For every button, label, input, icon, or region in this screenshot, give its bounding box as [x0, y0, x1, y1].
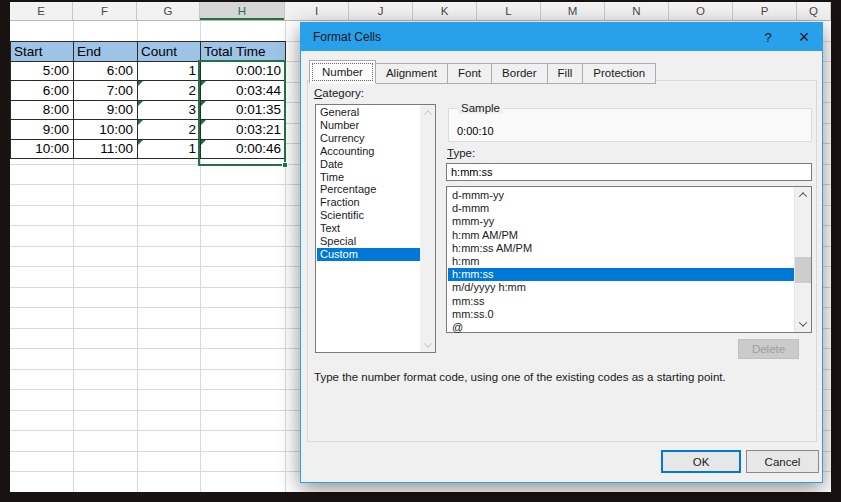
category-item-special[interactable]: Special — [317, 235, 420, 248]
scroll-up-icon[interactable] — [420, 105, 435, 120]
cell[interactable]: 9:00 — [74, 100, 138, 120]
column-header-n[interactable]: N — [605, 2, 669, 20]
sample-value: 0:00:10 — [457, 125, 494, 137]
column-header-g[interactable]: G — [137, 2, 200, 20]
column-header-l[interactable]: L — [477, 2, 541, 20]
selected-cell[interactable]: 0:03:21 — [201, 120, 286, 140]
type-option[interactable]: mmm-yy — [448, 215, 794, 228]
column-header-i[interactable]: I — [285, 2, 349, 20]
scroll-down-icon[interactable] — [420, 337, 435, 352]
selected-cell[interactable]: 0:01:35 — [201, 100, 286, 120]
column-header-m[interactable]: M — [541, 2, 605, 20]
type-option[interactable]: h:mm:ss AM/PM — [448, 242, 794, 255]
table-row: 8:00 9:00 3 0:01:35 — [11, 100, 286, 120]
cell[interactable]: 10:00 — [11, 139, 74, 159]
tab-fill[interactable]: Fill — [547, 63, 584, 84]
category-item-text[interactable]: Text — [317, 222, 420, 235]
column-header-j[interactable]: J — [349, 2, 413, 20]
column-header-o[interactable]: O — [669, 2, 733, 20]
type-input[interactable]: h:mm:ss — [446, 163, 812, 181]
column-header-k[interactable]: K — [413, 2, 477, 20]
column-header-q[interactable]: Q — [797, 2, 831, 20]
data-table: Start End Count Total Time 5:00 6:00 1 0… — [10, 41, 286, 159]
cell[interactable]: 11:00 — [74, 139, 138, 159]
help-button[interactable]: ? — [750, 23, 786, 51]
cell-with-error-indicator[interactable]: 2 — [138, 120, 201, 140]
cell[interactable]: 1 — [138, 61, 201, 81]
cancel-button[interactable]: Cancel — [746, 450, 819, 473]
dialog-title: Format Cells — [301, 30, 750, 44]
close-icon[interactable]: × — [786, 23, 822, 51]
column-header-e[interactable]: E — [10, 2, 73, 20]
header-cell-count[interactable]: Count — [138, 42, 201, 62]
cell-with-error-indicator[interactable]: 1 — [138, 139, 201, 159]
table-row: 6:00 7:00 2 0:03:44 — [11, 81, 286, 101]
category-scrollbar[interactable] — [420, 105, 435, 352]
category-item-time[interactable]: Time — [317, 171, 420, 184]
tab-protection[interactable]: Protection — [582, 63, 656, 84]
category-item-fraction[interactable]: Fraction — [317, 196, 420, 209]
format-cells-dialog: Format Cells ? × Number Alignment Font B… — [300, 22, 823, 483]
type-option[interactable]: h:mm AM/PM — [448, 229, 794, 242]
cell-with-error-indicator[interactable]: 3 — [138, 100, 201, 120]
category-item-currency[interactable]: Currency — [317, 132, 420, 145]
type-label: Type: — [447, 147, 475, 159]
tab-alignment[interactable]: Alignment — [375, 63, 448, 84]
cell-with-error-indicator[interactable]: 2 — [138, 81, 201, 101]
cell[interactable]: 6:00 — [11, 81, 74, 101]
column-header-p[interactable]: P — [733, 2, 797, 20]
active-cell[interactable]: 0:00:10 — [201, 61, 286, 81]
selected-cell[interactable]: 0:00:46 — [201, 139, 286, 159]
column-header-h-selected[interactable]: H — [200, 2, 285, 20]
type-scrollbar[interactable] — [794, 187, 811, 332]
category-item-custom-selected[interactable]: Custom — [317, 248, 420, 261]
table-row: 10:00 11:00 1 0:00:46 — [11, 139, 286, 159]
cell[interactable]: 7:00 — [74, 81, 138, 101]
header-cell-total-time[interactable]: Total Time — [201, 42, 286, 62]
type-option[interactable]: h:mm — [448, 255, 794, 268]
category-item-date[interactable]: Date — [317, 158, 420, 171]
cell[interactable]: 6:00 — [74, 61, 138, 81]
header-cell-end[interactable]: End — [74, 42, 138, 62]
cell[interactable]: 9:00 — [11, 120, 74, 140]
tab-font[interactable]: Font — [447, 63, 492, 84]
type-option[interactable]: d-mmm — [448, 202, 794, 215]
sample-label: Sample — [458, 102, 503, 114]
cell[interactable]: 5:00 — [11, 61, 74, 81]
category-item-number[interactable]: Number — [317, 119, 420, 132]
category-item-scientific[interactable]: Scientific — [317, 209, 420, 222]
type-option[interactable]: mm:ss — [448, 295, 794, 308]
dialog-tabs: Number Alignment Font Border Fill Protec… — [309, 60, 655, 84]
ok-button[interactable]: OK — [661, 450, 741, 473]
tab-border[interactable]: Border — [491, 63, 548, 84]
category-item-accounting[interactable]: Accounting — [317, 145, 420, 158]
tab-number[interactable]: Number — [309, 60, 376, 84]
cell[interactable]: 8:00 — [11, 100, 74, 120]
scroll-down-icon[interactable] — [795, 316, 811, 332]
category-item-general[interactable]: General — [317, 106, 420, 119]
delete-button[interactable]: Delete — [738, 339, 799, 359]
scrollbar-thumb[interactable] — [795, 257, 811, 283]
type-option-selected[interactable]: h:mm:ss — [448, 268, 794, 281]
type-option[interactable]: mm:ss.0 — [448, 308, 794, 321]
table-row: 9:00 10:00 2 0:03:21 — [11, 120, 286, 140]
table-row: 5:00 6:00 1 0:00:10 — [11, 61, 286, 81]
sample-groupbox: Sample 0:00:10 — [448, 108, 812, 142]
category-label: Category: — [314, 87, 364, 99]
format-code-description: Type the number format code, using one o… — [314, 371, 810, 383]
column-header-f[interactable]: F — [73, 2, 137, 20]
type-option[interactable]: d-mmm-yy — [448, 189, 794, 202]
scroll-up-icon[interactable] — [795, 187, 811, 203]
category-listbox[interactable]: General Number Currency Accounting Date … — [315, 104, 436, 353]
type-option[interactable]: @ — [448, 321, 794, 334]
type-listbox[interactable]: d-mmm-yy d-mmm mmm-yy h:mm AM/PM h:mm:ss… — [446, 186, 812, 333]
type-option[interactable]: m/d/yyyy h:mm — [448, 281, 794, 294]
table-header-row: Start End Count Total Time — [11, 42, 286, 62]
cell[interactable]: 10:00 — [74, 120, 138, 140]
column-header-row: E F G H I J K L M N O P Q — [10, 2, 831, 21]
selected-cell[interactable]: 0:03:44 — [201, 81, 286, 101]
category-item-percentage[interactable]: Percentage — [317, 183, 420, 196]
header-cell-start[interactable]: Start — [11, 42, 74, 62]
dialog-titlebar[interactable]: Format Cells ? × — [301, 23, 822, 51]
